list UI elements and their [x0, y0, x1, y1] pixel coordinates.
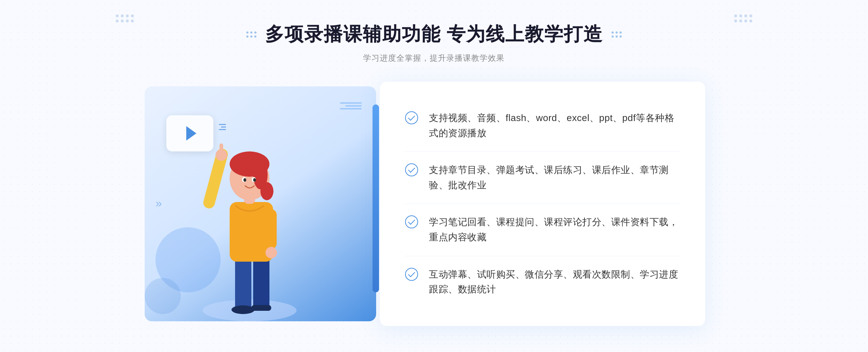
feature-text-3: 学习笔记回看、课程提问、课程评论打分、课件资料下载，重点内容收藏 — [429, 215, 680, 245]
corner-dots-right — [734, 14, 752, 22]
svg-rect-1 — [235, 256, 251, 310]
svg-point-19 — [253, 178, 256, 182]
header-section: 多项录播课辅助功能 专为线上教学打造 学习进度全掌握，提升录播课教学效果 — [246, 0, 622, 64]
figure-illustration — [188, 119, 311, 321]
deco-circle-small — [145, 278, 181, 314]
svg-rect-7 — [266, 209, 277, 249]
feature-item: 支持视频、音频、flash、word、excel、ppt、pdf等各种格式的资源… — [405, 100, 680, 152]
svg-rect-4 — [251, 305, 271, 311]
left-deco-grid — [246, 31, 256, 38]
page-container: 多项录播课辅助功能 专为线上教学打造 学习进度全掌握，提升录播课教学效果 » — [0, 0, 868, 352]
feature-item: 学习笔记回看、课程提问、课程评论打分、课件资料下载，重点内容收藏 — [405, 204, 680, 256]
blue-accent-bar — [373, 104, 379, 292]
svg-point-17 — [243, 178, 246, 182]
check-icon-3 — [405, 215, 418, 228]
illustration-card — [145, 86, 376, 321]
chevron-icon: » — [156, 196, 162, 210]
svg-point-15 — [260, 182, 273, 200]
feature-text-4: 互动弹幕、试听购买、微信分享、观看次数限制、学习进度跟踪、数据统计 — [429, 267, 680, 297]
feature-text-2: 支持章节目录、弹题考试、课后练习、课后作业、章节测验、批改作业 — [429, 163, 680, 193]
sub-title: 学习进度全掌握，提升录播课教学效果 — [246, 53, 622, 64]
header-title-row: 多项录播课辅助功能 专为线上教学打造 — [246, 22, 622, 47]
feature-item: 支持章节目录、弹题考试、课后练习、课后作业、章节测验、批改作业 — [405, 152, 680, 204]
feature-item: 互动弹幕、试听购买、微信分享、观看次数限制、学习进度跟踪、数据统计 — [405, 256, 680, 308]
feature-text-1: 支持视频、音频、flash、word、excel、ppt、pdf等各种格式的资源… — [429, 111, 680, 141]
check-icon-4 — [405, 268, 418, 281]
svg-point-3 — [231, 305, 255, 314]
svg-rect-10 — [220, 143, 223, 157]
features-panel: 支持视频、音频、flash、word、excel、ppt、pdf等各种格式的资源… — [380, 82, 705, 326]
check-icon-1 — [405, 111, 418, 124]
right-deco-grid — [612, 31, 622, 38]
corner-dots-left — [116, 14, 134, 22]
svg-point-8 — [265, 247, 277, 258]
content-area: » — [145, 82, 723, 326]
check-icon-2 — [405, 163, 418, 176]
main-title: 多项录播课辅助功能 专为线上教学打造 — [265, 22, 603, 47]
left-chevrons-decoration: » — [156, 196, 162, 211]
stripe-decoration — [340, 101, 362, 111]
svg-rect-2 — [253, 256, 269, 310]
